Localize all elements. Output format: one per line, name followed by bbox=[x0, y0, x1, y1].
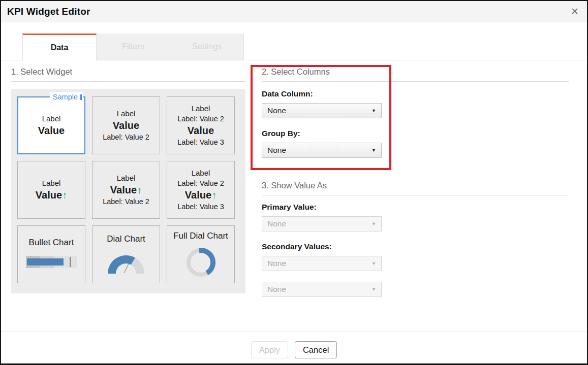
caret-down-icon: ▼ bbox=[372, 287, 376, 292]
widget-value: Value bbox=[38, 124, 65, 137]
footer-divider bbox=[1, 331, 587, 331]
show-value-as-heading: 3. Show Value As bbox=[262, 181, 569, 195]
widget-label: Label bbox=[117, 173, 136, 183]
select-columns-section: 2. Select Columns Data Column: None ▼ Gr… bbox=[262, 67, 569, 158]
secondary-value-2: None bbox=[267, 285, 286, 294]
caret-down-icon: ▼ bbox=[372, 148, 376, 153]
secondary-value-select-1[interactable]: None ▼ bbox=[262, 256, 382, 271]
tab-settings[interactable]: Settings bbox=[170, 34, 244, 60]
secondary-value-select-2[interactable]: None ▼ bbox=[262, 282, 382, 297]
group-by-select[interactable]: None ▼ bbox=[262, 143, 382, 158]
cancel-button[interactable]: Cancel bbox=[295, 341, 337, 358]
kpi-widget-editor-dialog: KPI Widget Editor ✕ Data Filters Setting… bbox=[0, 0, 588, 365]
select-widget-section: 1. Select Widget Sample Label Value Labe… bbox=[11, 67, 245, 293]
widget-label: Label bbox=[42, 178, 61, 188]
caret-down-icon: ▼ bbox=[372, 261, 376, 266]
data-column-select[interactable]: None ▼ bbox=[262, 103, 382, 118]
widget-subline: Label: Value 3 bbox=[177, 202, 224, 212]
widget-value: Value bbox=[113, 119, 139, 132]
trend-up-icon: ↑ bbox=[62, 189, 67, 201]
close-icon[interactable]: ✕ bbox=[571, 7, 579, 16]
widget-card-bullet-chart[interactable]: Bullet Chart bbox=[17, 225, 85, 283]
widget-value: Value bbox=[188, 124, 214, 137]
group-by-label: Group By: bbox=[262, 129, 569, 138]
widget-card-label-value-trend-sub[interactable]: Label Value↑ Label: Value 2 bbox=[92, 161, 160, 219]
widget-card-label-2subs-value[interactable]: Label Label: Value 2 Value Label: Value … bbox=[167, 96, 235, 154]
widget-subline: Label: Value 2 bbox=[177, 114, 224, 124]
caret-down-icon: ▼ bbox=[372, 221, 376, 226]
tabbar: Data Filters Settings bbox=[1, 34, 587, 60]
widget-value: Value↑ bbox=[36, 188, 67, 202]
widget-card-full-dial-chart[interactable]: Full Dial Chart bbox=[167, 225, 235, 283]
tab-data[interactable]: Data bbox=[22, 34, 97, 60]
widget-value: Value↑ bbox=[110, 183, 142, 196]
trend-up-icon: ↑ bbox=[211, 189, 216, 201]
data-column-label: Data Column: bbox=[262, 89, 569, 98]
widget-card-label-2subs-value-trend[interactable]: Label Label: Value 2 Value↑ Label: Value… bbox=[167, 161, 235, 219]
widget-label: Label bbox=[117, 109, 136, 119]
widget-label: Label bbox=[192, 168, 210, 178]
tab-filters[interactable]: Filters bbox=[97, 34, 170, 60]
widget-subline: Label: Value 3 bbox=[177, 137, 224, 147]
secondary-value-1: None bbox=[267, 259, 286, 268]
dial-chart-icon bbox=[105, 248, 147, 276]
primary-value-select[interactable]: None ▼ bbox=[262, 216, 382, 231]
widget-card-dial-chart[interactable]: Dial Chart bbox=[92, 225, 160, 283]
footer: Apply Cancel bbox=[1, 341, 587, 358]
widget-grid: Sample Label Value Label Value Label: Va… bbox=[11, 89, 245, 293]
data-column-value: None bbox=[267, 106, 286, 115]
widget-title: Dial Chart bbox=[107, 234, 145, 245]
widget-card-label-value-trend[interactable]: Label Value↑ bbox=[17, 161, 85, 219]
dialog-title: KPI Widget Editor bbox=[7, 6, 90, 17]
primary-value-value: None bbox=[267, 219, 286, 228]
secondary-values-label: Secondary Values: bbox=[262, 242, 569, 251]
bullet-chart-icon bbox=[26, 252, 77, 272]
widget-card-label-value[interactable]: Sample Label Value bbox=[17, 96, 85, 154]
primary-value-label: Primary Value: bbox=[262, 203, 569, 212]
apply-button[interactable]: Apply bbox=[251, 341, 288, 358]
show-value-as-section: 3. Show Value As Primary Value: None ▼ S… bbox=[262, 181, 569, 297]
select-columns-heading: 2. Select Columns bbox=[262, 67, 569, 82]
widget-card-label-value-sub[interactable]: Label Value Label: Value 2 bbox=[92, 96, 160, 154]
widget-label: Label bbox=[192, 104, 210, 114]
widget-subline: Label: Value 2 bbox=[103, 196, 149, 207]
trend-up-icon: ↑ bbox=[137, 184, 142, 195]
caret-down-icon: ▼ bbox=[372, 108, 376, 113]
full-dial-chart-icon bbox=[184, 245, 218, 279]
sample-badge: Sample bbox=[50, 92, 83, 102]
select-widget-heading: 1. Select Widget bbox=[11, 67, 245, 82]
group-by-value: None bbox=[267, 146, 286, 155]
widget-title: Bullet Chart bbox=[29, 237, 74, 248]
widget-subline: Label: Value 2 bbox=[177, 178, 224, 188]
widget-label: Label bbox=[42, 114, 61, 124]
titlebar: KPI Widget Editor ✕ bbox=[1, 1, 587, 22]
widget-subline: Label: Value 2 bbox=[103, 132, 149, 142]
widget-value: Value↑ bbox=[185, 188, 216, 202]
widget-title: Full Dial Chart bbox=[173, 230, 228, 242]
